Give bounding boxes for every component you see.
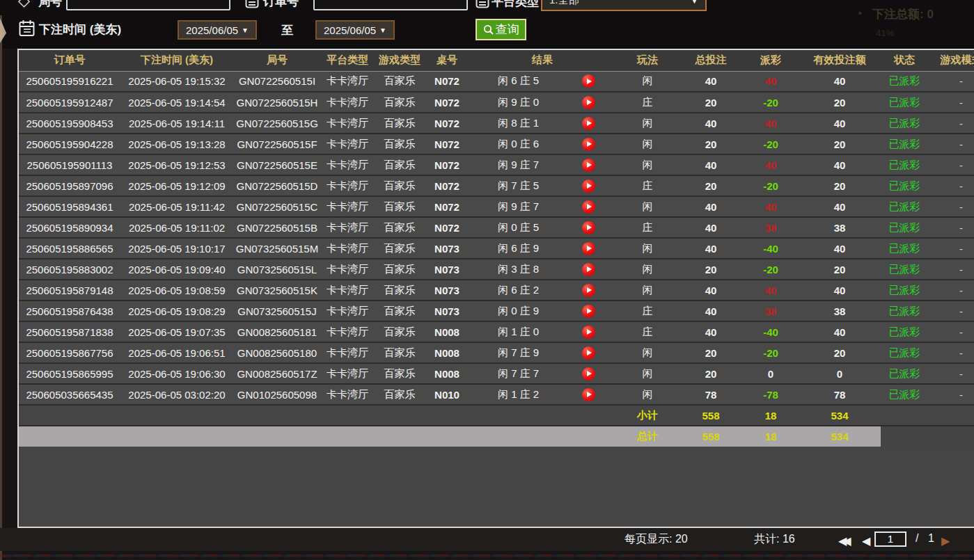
- subtotal-total-bet: 558: [679, 405, 743, 426]
- cell-status: 已派彩: [881, 238, 928, 259]
- play-video-icon[interactable]: [582, 179, 595, 193]
- cell-game-type: 百家乐: [374, 238, 425, 259]
- page-total: 1: [928, 532, 934, 545]
- date-from-picker[interactable]: 2025/06/05 ▼: [178, 20, 257, 40]
- cell-status: 已派彩: [881, 342, 928, 363]
- faded-percent-text: 41%: [876, 28, 894, 38]
- first-page-icon[interactable]: ◀◀: [838, 534, 847, 547]
- grand-total-valid-bet: 534: [799, 426, 881, 447]
- cell-game-type: 百家乐: [374, 321, 425, 342]
- cell-round-no: GN0722560515D: [233, 175, 321, 196]
- result-text: 闲 7 庄 7: [498, 367, 539, 381]
- play-video-icon[interactable]: [582, 367, 595, 381]
- play-video-icon[interactable]: [582, 326, 595, 339]
- table-row: 2506051958659952025-06-05 19:06:30GN0082…: [19, 363, 974, 384]
- play-video-icon[interactable]: [582, 284, 595, 297]
- play-video-icon[interactable]: [582, 96, 595, 109]
- table-row: 2506051958764382025-06-05 19:08:29GN0732…: [19, 301, 974, 321]
- cell-total-bet: 40: [679, 154, 743, 175]
- cell-round-no: GN01025605098: [233, 384, 321, 405]
- grand-total-total-bet: 558: [679, 426, 743, 447]
- play-video-icon[interactable]: [582, 263, 595, 276]
- cell-valid-bet: 40: [799, 321, 881, 342]
- chevron-down-icon: ▼: [691, 0, 698, 5]
- subtotal-valid-bet: 534: [799, 405, 881, 426]
- next-page-icon[interactable]: ▶: [941, 534, 950, 547]
- cell-bet-time: 2025-06-05 19:12:09: [120, 175, 233, 196]
- cell-payout: 40: [743, 71, 799, 92]
- cell-bet-time: 2025-06-05 19:15:32: [120, 71, 233, 92]
- cell-platform: 卡卡湾厅: [321, 71, 374, 92]
- cell-result: 闲 9 庄 7: [469, 154, 616, 175]
- cell-valid-bet: 40: [799, 154, 881, 175]
- subtotal-row: 小计 558 18 534: [19, 405, 974, 426]
- date-to-picker[interactable]: 2025/06/05 ▼: [315, 20, 395, 40]
- cell-payout: 0: [743, 363, 799, 384]
- cell-result: 闲 7 庄 7: [469, 363, 616, 384]
- play-video-icon[interactable]: [582, 242, 595, 255]
- date-from-value: 2025/06/05: [186, 24, 238, 36]
- cell-bet-type: 庄: [616, 321, 679, 342]
- cell-valid-bet: 40: [799, 71, 881, 92]
- col-header-game-type: 游戏类型: [374, 50, 425, 71]
- table-row: 2506051959084532025-06-05 19:14:11GN0722…: [19, 113, 974, 134]
- cell-table-no: N072: [425, 92, 469, 113]
- play-video-icon[interactable]: [582, 159, 595, 172]
- result-text: 闲 0 庄 9: [498, 305, 539, 318]
- col-header-status: 状态: [881, 50, 928, 71]
- play-video-icon[interactable]: [582, 138, 595, 151]
- cell-payout: -20: [743, 134, 799, 154]
- cell-valid-bet: 38: [799, 301, 881, 321]
- page-number-input[interactable]: 1: [874, 531, 906, 547]
- prev-page-icon[interactable]: ◀: [862, 534, 870, 547]
- result-text: 闲 1 庄 0: [498, 326, 539, 339]
- col-header-result: 结果: [469, 50, 616, 71]
- faded-bet-total-text: 下注总额: 0: [872, 6, 934, 22]
- order-no-input[interactable]: [313, 0, 468, 10]
- table-row: 2506051958677562025-06-05 19:06:51GN0082…: [19, 342, 974, 363]
- cell-order-no: 250605195865995: [19, 363, 120, 384]
- cell-bet-type: 闲: [616, 71, 679, 92]
- cell-bet-type: 庄: [616, 217, 679, 238]
- cell-bet-time: 2025-06-05 19:11:42: [120, 196, 233, 217]
- cell-game-type: 百家乐: [374, 175, 425, 196]
- play-video-icon[interactable]: [582, 74, 595, 88]
- game-no-input[interactable]: [66, 0, 230, 10]
- play-video-icon[interactable]: [582, 117, 595, 130]
- play-video-icon[interactable]: [582, 305, 595, 318]
- cell-bet-time: 2025-06-05 19:12:53: [120, 154, 233, 175]
- play-video-icon[interactable]: [582, 221, 595, 234]
- platform-type-value: 1.全部: [549, 0, 579, 7]
- cell-valid-bet: 40: [799, 238, 881, 259]
- cell-round-no: GN0722560515B: [233, 217, 321, 238]
- platform-type-select[interactable]: 1.全部 ▼: [541, 0, 707, 11]
- cell-round-no: GN0722560515E: [233, 154, 321, 175]
- cell-payout: 40: [743, 113, 799, 134]
- play-video-icon[interactable]: [582, 346, 595, 360]
- table-row: 2506051958943612025-06-05 19:11:42GN0722…: [19, 196, 974, 217]
- grand-total-row: 总计 558 18 534: [19, 426, 974, 447]
- result-text: 闲 9 庄 0: [498, 96, 539, 109]
- cell-order-no: 250605195894361: [19, 196, 120, 217]
- cell-result: 闲 6 庄 9: [469, 238, 616, 259]
- cell-round-no: GN0732560515M: [233, 238, 321, 259]
- cell-round-no: GN0732560515K: [233, 280, 321, 301]
- cell-platform: 卡卡湾厅: [321, 321, 374, 342]
- cell-result: 闲 1 庄 2: [469, 384, 616, 405]
- play-video-icon[interactable]: [582, 388, 595, 401]
- cell-order-no: 250605195908453: [19, 113, 120, 134]
- cell-status: 已派彩: [881, 280, 928, 301]
- play-video-icon[interactable]: [582, 200, 595, 214]
- cell-table-no: N073: [425, 301, 469, 321]
- cell-valid-bet: 40: [799, 280, 881, 301]
- col-header-order-no: 订单号: [19, 50, 120, 71]
- query-button[interactable]: 查询: [476, 19, 526, 40]
- cell-game-mode: -: [928, 259, 974, 280]
- col-header-round-no: 局号: [233, 50, 321, 71]
- cell-game-mode: -: [928, 92, 974, 113]
- cell-table-no: N010: [425, 384, 469, 405]
- table-row: 2506051958718382025-06-05 19:07:35GN0082…: [19, 321, 974, 342]
- col-header-bet-type: 玩法: [616, 50, 679, 71]
- result-text: 闲 9 庄 7: [498, 159, 539, 172]
- cell-game-mode: -: [928, 154, 974, 175]
